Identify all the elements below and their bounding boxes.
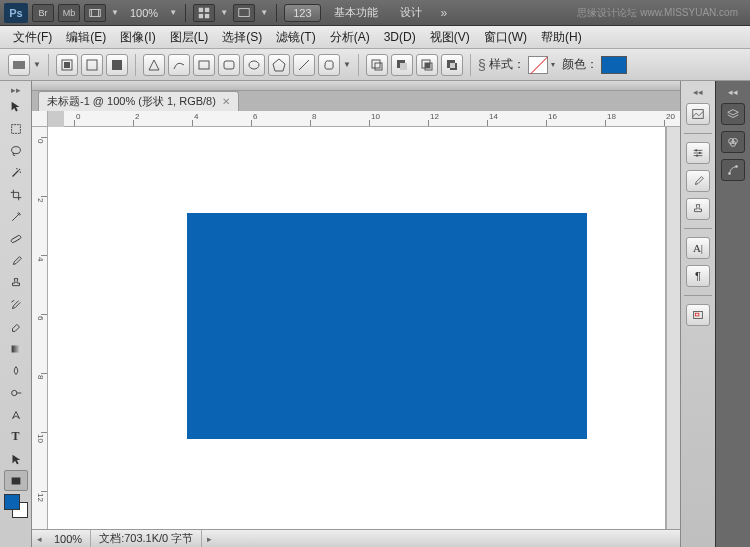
- heal-tool[interactable]: [4, 228, 28, 249]
- close-icon[interactable]: ✕: [222, 96, 230, 107]
- canvas[interactable]: [48, 127, 666, 529]
- style-none-swatch[interactable]: [528, 56, 548, 74]
- menu-file[interactable]: 文件(F): [6, 27, 59, 48]
- menu-layer[interactable]: 图层(L): [163, 27, 216, 48]
- type-tool[interactable]: T: [4, 426, 28, 447]
- menu-window[interactable]: 窗口(W): [477, 27, 534, 48]
- menu-edit[interactable]: 编辑(E): [59, 27, 113, 48]
- crop-tool[interactable]: [4, 184, 28, 205]
- toolbox-collapse-icon[interactable]: ▸▸: [0, 85, 31, 95]
- dropdown-icon[interactable]: ▼: [259, 8, 269, 17]
- path-select-tool[interactable]: [4, 448, 28, 469]
- fillpx-icon: [109, 57, 125, 73]
- vertical-ruler[interactable]: 024681012: [32, 127, 48, 529]
- dropdown-icon[interactable]: ▼: [168, 8, 178, 17]
- lasso-tool[interactable]: [4, 140, 28, 161]
- dodge-tool[interactable]: [4, 382, 28, 403]
- ruler-origin[interactable]: [32, 111, 48, 127]
- status-zoom[interactable]: 100%: [46, 530, 91, 547]
- svg-rect-38: [11, 477, 20, 484]
- channels-panel-icon[interactable]: [721, 131, 745, 153]
- polygon-shape-button[interactable]: [268, 54, 290, 76]
- dropdown-icon[interactable]: ▼: [219, 8, 229, 17]
- rect-shape-button[interactable]: [193, 54, 215, 76]
- gradient-tool[interactable]: [4, 338, 28, 359]
- scroll-left-icon[interactable]: ◂: [32, 534, 46, 544]
- shape-tool-preset[interactable]: [8, 54, 30, 76]
- blur-tool[interactable]: [4, 360, 28, 381]
- zoom-level[interactable]: 100%: [124, 7, 164, 19]
- brush-tool[interactable]: [4, 250, 28, 271]
- expand-icon[interactable]: ◂◂: [681, 87, 715, 97]
- brush-panel-icon[interactable]: [686, 170, 710, 192]
- view-extras-button[interactable]: [84, 4, 106, 22]
- move-tool[interactable]: [4, 96, 28, 117]
- more-icon[interactable]: »: [435, 6, 454, 20]
- status-doc-info[interactable]: 文档:703.1K/0 字节: [91, 530, 202, 547]
- combine-add-button[interactable]: [366, 54, 388, 76]
- dropdown-icon[interactable]: ▼: [33, 60, 41, 69]
- panel-column-2: ◂◂: [715, 81, 750, 547]
- combine-subtract-button[interactable]: [391, 54, 413, 76]
- character-panel-icon[interactable]: A|: [686, 237, 710, 259]
- svg-point-44: [699, 152, 701, 154]
- document-tab[interactable]: 未标题-1 @ 100% (形状 1, RGB/8) ✕: [38, 91, 239, 111]
- fill-color-swatch[interactable]: [601, 56, 627, 74]
- custom-shape-button[interactable]: [318, 54, 340, 76]
- navigator-panel-icon[interactable]: [686, 304, 710, 326]
- marquee-tool[interactable]: [4, 118, 28, 139]
- menu-image[interactable]: 图像(I): [113, 27, 162, 48]
- expand-icon[interactable]: ◂◂: [716, 87, 750, 97]
- ellipse-shape-button[interactable]: [243, 54, 265, 76]
- arrange-docs-button[interactable]: [193, 4, 215, 22]
- rect-icon: [196, 57, 212, 73]
- horizontal-ruler[interactable]: 02468101214161820: [64, 111, 680, 127]
- clone-panel-icon[interactable]: [686, 198, 710, 220]
- paragraph-panel-icon[interactable]: ¶: [686, 265, 710, 287]
- shape-rectangle[interactable]: [187, 213, 587, 439]
- bridge-button[interactable]: Br: [32, 4, 54, 22]
- marquee-icon: [9, 122, 23, 136]
- combine-intersect-button[interactable]: [416, 54, 438, 76]
- foreground-color[interactable]: [4, 494, 20, 510]
- eyedropper-tool[interactable]: [4, 206, 28, 227]
- svg-marker-48: [728, 110, 739, 115]
- menu-help[interactable]: 帮助(H): [534, 27, 589, 48]
- minibridge-button[interactable]: Mb: [58, 4, 80, 22]
- pen-tool[interactable]: [4, 404, 28, 425]
- menu-select[interactable]: 选择(S): [215, 27, 269, 48]
- history-panel-icon[interactable]: [686, 142, 710, 164]
- vertical-scrollbar[interactable]: [666, 127, 680, 529]
- color-picker[interactable]: [4, 494, 28, 518]
- freeform-pen-button[interactable]: [168, 54, 190, 76]
- history-brush-tool[interactable]: [4, 294, 28, 315]
- fill-pixels-button[interactable]: [106, 54, 128, 76]
- menu-view[interactable]: 视图(V): [423, 27, 477, 48]
- dropdown-icon[interactable]: ▾: [551, 60, 559, 69]
- roundrect-icon: [221, 57, 237, 73]
- workspace-tab-design[interactable]: 设计: [391, 2, 431, 23]
- minibridge-panel-icon[interactable]: [686, 103, 710, 125]
- roundrect-shape-button[interactable]: [218, 54, 240, 76]
- shape-layers-button[interactable]: [56, 54, 78, 76]
- workspace-tab-num[interactable]: 123: [284, 4, 320, 22]
- dropdown-icon[interactable]: ▼: [343, 60, 351, 69]
- screen-mode-button[interactable]: [233, 4, 255, 22]
- wand-tool[interactable]: [4, 162, 28, 183]
- paths-panel-icon[interactable]: [721, 159, 745, 181]
- dropdown-icon[interactable]: ▼: [110, 8, 120, 17]
- pen-tool-button[interactable]: [143, 54, 165, 76]
- paths-button[interactable]: [81, 54, 103, 76]
- menu-analysis[interactable]: 分析(A): [323, 27, 377, 48]
- nav-icon: [691, 308, 705, 322]
- rectangle-tool[interactable]: [4, 470, 28, 491]
- stamp-tool[interactable]: [4, 272, 28, 293]
- workspace-tab-basic[interactable]: 基本功能: [325, 2, 387, 23]
- combine-exclude-button[interactable]: [441, 54, 463, 76]
- status-menu-icon[interactable]: ▸: [202, 534, 216, 544]
- menu-3d[interactable]: 3D(D): [377, 28, 423, 46]
- layers-panel-icon[interactable]: [721, 103, 745, 125]
- line-shape-button[interactable]: [293, 54, 315, 76]
- menu-filter[interactable]: 滤镜(T): [269, 27, 322, 48]
- eraser-tool[interactable]: [4, 316, 28, 337]
